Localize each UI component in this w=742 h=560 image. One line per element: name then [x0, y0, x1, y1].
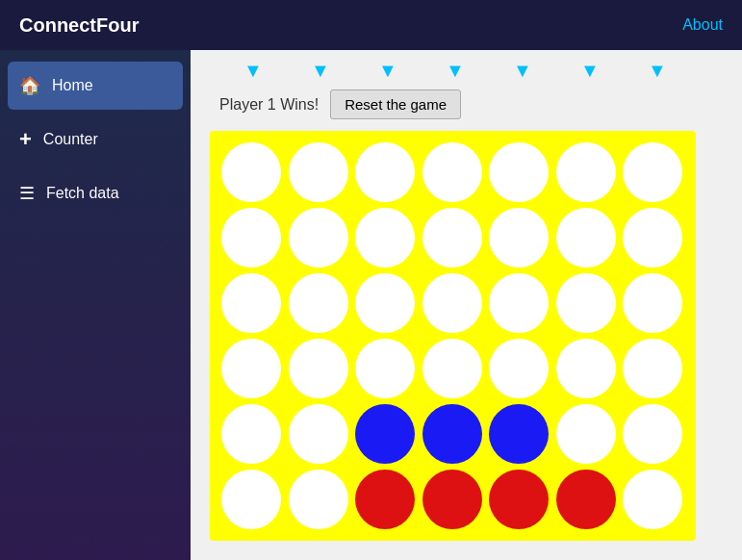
sidebar: 🏠 Home + Counter ☰ Fetch data	[0, 50, 191, 560]
arrow-icon-1: ▼	[311, 60, 330, 82]
sidebar-item-fetch-label: Fetch data	[46, 185, 119, 202]
cell-4-2[interactable]	[355, 404, 415, 464]
cell-2-2[interactable]	[355, 273, 415, 333]
cell-1-6[interactable]	[623, 208, 682, 267]
sidebar-item-counter[interactable]: + Counter	[8, 114, 183, 165]
content-area: ▼ ▼ ▼ ▼ ▼ ▼ ▼ Player 1 Wins! Reset the g…	[191, 50, 742, 560]
cell-2-3[interactable]	[422, 273, 482, 333]
arrow-icon-0: ▼	[243, 60, 263, 82]
cell-0-5[interactable]	[556, 142, 616, 202]
cell-0-0[interactable]	[221, 142, 281, 202]
cell-0-4[interactable]	[489, 142, 549, 202]
arrow-icon-6: ▼	[648, 60, 667, 82]
fetch-data-icon: ☰	[19, 183, 35, 204]
game-board	[210, 131, 696, 541]
cell-1-2[interactable]	[355, 208, 415, 267]
cell-3-3[interactable]	[422, 339, 482, 398]
cell-5-6[interactable]	[623, 470, 682, 529]
cell-2-1[interactable]	[289, 273, 348, 333]
status-row: Player 1 Wins! Reset the game	[210, 89, 723, 119]
arrow-icon-2: ▼	[378, 60, 397, 82]
home-icon: 🏠	[19, 75, 40, 96]
cell-1-3[interactable]	[422, 208, 482, 267]
cell-4-1[interactable]	[289, 404, 348, 464]
cell-1-0[interactable]	[221, 208, 281, 267]
cell-3-5[interactable]	[556, 339, 616, 398]
cell-1-5[interactable]	[556, 208, 616, 267]
cell-3-6[interactable]	[623, 339, 682, 398]
cell-0-3[interactable]	[422, 142, 482, 202]
main-container: 🏠 Home + Counter ☰ Fetch data ▼ ▼ ▼ ▼ ▼ …	[0, 50, 742, 560]
cell-5-4[interactable]	[489, 470, 549, 529]
drop-arrow-col-2[interactable]: ▼	[354, 60, 422, 82]
drop-arrow-col-5[interactable]: ▼	[556, 60, 624, 82]
drop-arrow-col-3[interactable]: ▼	[422, 60, 489, 82]
cell-2-4[interactable]	[489, 273, 549, 333]
arrow-icon-5: ▼	[580, 60, 600, 82]
game-status: Player 1 Wins!	[219, 96, 319, 114]
cell-4-3[interactable]	[422, 404, 482, 464]
about-link[interactable]: About	[682, 16, 723, 34]
cell-2-6[interactable]	[623, 273, 682, 333]
cell-2-5[interactable]	[556, 273, 616, 333]
cell-3-1[interactable]	[289, 339, 348, 398]
arrow-icon-3: ▼	[446, 60, 465, 82]
cell-4-5[interactable]	[556, 404, 616, 464]
cell-3-0[interactable]	[221, 339, 281, 398]
sidebar-item-counter-label: Counter	[43, 131, 98, 148]
cell-1-1[interactable]	[289, 208, 348, 267]
cell-5-1[interactable]	[289, 470, 348, 529]
drop-arrows-row: ▼ ▼ ▼ ▼ ▼ ▼ ▼	[210, 60, 723, 82]
cell-4-4[interactable]	[489, 404, 549, 464]
cell-1-4[interactable]	[489, 208, 549, 267]
cell-0-6[interactable]	[623, 142, 682, 202]
cell-4-0[interactable]	[221, 404, 281, 464]
drop-arrow-col-4[interactable]: ▼	[489, 60, 556, 82]
cell-3-4[interactable]	[489, 339, 549, 398]
cell-0-1[interactable]	[289, 142, 348, 202]
cell-5-5[interactable]	[556, 470, 616, 529]
reset-button[interactable]: Reset the game	[330, 89, 461, 119]
top-bar: ConnectFour About	[0, 0, 742, 50]
cell-5-0[interactable]	[221, 470, 281, 529]
drop-arrow-col-6[interactable]: ▼	[624, 60, 691, 82]
drop-arrow-col-0[interactable]: ▼	[219, 60, 287, 82]
sidebar-item-home-label: Home	[52, 77, 93, 94]
app-title: ConnectFour	[19, 14, 139, 37]
drop-arrow-col-1[interactable]: ▼	[287, 60, 354, 82]
arrow-icon-4: ▼	[513, 60, 532, 82]
cell-3-2[interactable]	[355, 339, 415, 398]
sidebar-item-fetch-data[interactable]: ☰ Fetch data	[8, 169, 183, 217]
cell-5-2[interactable]	[355, 470, 415, 529]
cell-0-2[interactable]	[355, 142, 415, 202]
cell-5-3[interactable]	[422, 470, 482, 529]
cell-2-0[interactable]	[221, 273, 281, 333]
cell-4-6[interactable]	[623, 404, 682, 464]
counter-icon: +	[19, 127, 32, 152]
sidebar-item-home[interactable]: 🏠 Home	[8, 62, 183, 110]
